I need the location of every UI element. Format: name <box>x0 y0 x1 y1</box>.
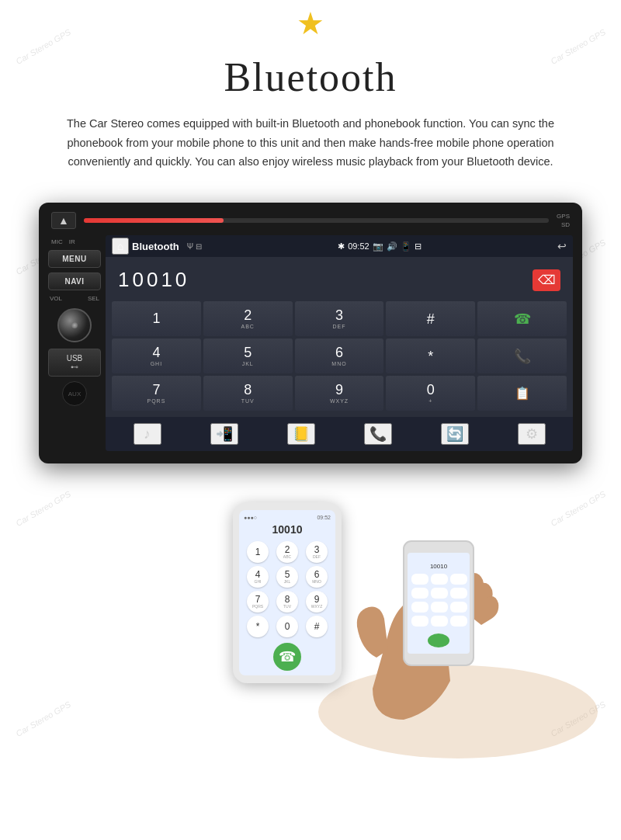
stereo-unit: ▲ GPS SD MIC IR MENU NAVI VOL SEL <box>39 203 582 463</box>
phonebook-toolbar-button[interactable]: 📒 <box>287 423 315 445</box>
vol-sel-row: VOL SEL <box>48 295 101 302</box>
phone-keypad: 1 2 ABC 3 DEF 4 GHI 5 JKL <box>244 540 331 638</box>
phone-key-1: 1 <box>247 541 269 563</box>
stereo-top-strip: ▲ GPS SD <box>48 212 573 229</box>
progress-bar <box>84 218 549 223</box>
call-log-toolbar-button[interactable]: 📞 <box>364 423 392 445</box>
phone-number-display: 10010 <box>244 523 331 536</box>
svg-rect-7 <box>411 588 428 599</box>
mic-label: MIC <box>51 238 63 245</box>
header-section: ★ Bluetooth The Car Stereo comes equippe… <box>0 0 621 195</box>
key-5[interactable]: 5 JKL <box>203 338 293 373</box>
key-4[interactable]: 4 GHI <box>112 338 201 373</box>
dialer-number: 10010 <box>118 268 189 292</box>
bottom-toolbar: ♪ 📲 📒 📞 🔄 ⚙ <box>106 417 573 451</box>
music-toolbar-button[interactable]: ♪ <box>134 423 161 445</box>
call-button[interactable]: ☎ <box>477 301 567 336</box>
svg-text:10010: 10010 <box>430 563 448 570</box>
key-1[interactable]: 1 <box>112 301 201 336</box>
usb-button[interactable]: USB ⊷ <box>48 349 101 377</box>
gps-label: GPS <box>557 212 570 220</box>
sd-label: SD <box>561 220 570 229</box>
svg-point-16 <box>428 633 449 647</box>
phone-key-5: 5 JKL <box>276 566 298 588</box>
svg-rect-12 <box>450 602 467 613</box>
nav-icons: ↩ <box>557 240 567 252</box>
end-call-button[interactable]: 📞 <box>477 338 567 373</box>
bottom-section: ●●●○ 09:52 10010 1 2 ABC 3 DEF 4 GHI <box>0 487 621 758</box>
stereo-wrapper: ▲ GPS SD MIC IR MENU NAVI VOL SEL <box>0 195 621 487</box>
sync-toolbar-button[interactable]: 🔄 <box>441 423 469 445</box>
star-decoration-icon: ★ <box>297 8 324 39</box>
phone-time: 09:52 <box>317 515 331 520</box>
menu-button[interactable]: MENU <box>48 250 101 268</box>
eject-button[interactable]: ▲ <box>51 212 76 229</box>
phone-key-2: 2 ABC <box>276 541 298 563</box>
svg-rect-5 <box>431 574 448 585</box>
navi-button[interactable]: NAVI <box>48 272 101 290</box>
gps-sd-labels: GPS SD <box>557 212 570 229</box>
key-8[interactable]: 8 TUV <box>203 376 293 411</box>
key-2[interactable]: 2 ABC <box>203 301 293 336</box>
phone-key-4: 4 GHI <box>247 566 269 588</box>
dialer-display: 10010 ⌫ <box>112 263 567 297</box>
backspace-button[interactable]: ⌫ <box>533 269 560 291</box>
screen-title: Bluetooth <box>132 241 179 252</box>
keypad: 1 2 ABC 3 DEF # <box>112 301 567 411</box>
key-0[interactable]: 0 + <box>386 376 475 411</box>
stereo-body: MIC IR MENU NAVI VOL SEL USB ⊷ AUX <box>48 235 573 451</box>
home-icon: ⌂ <box>117 240 123 252</box>
dialer-area: 10010 ⌫ 1 2 ABC <box>106 257 573 417</box>
phone-key-3: 3 DEF <box>306 541 328 563</box>
phone-status-bar: ●●●○ 09:52 <box>244 515 331 520</box>
screen: ⌂ Bluetooth Ψ ⊟ ✱ 09:52 📷 🔊 📱 ⊟ <box>106 235 573 451</box>
status-bar-left: ⌂ Bluetooth Ψ ⊟ <box>112 238 202 255</box>
phone-key-hash: # <box>306 616 328 637</box>
svg-point-0 <box>318 665 598 758</box>
phone-toolbar-button[interactable]: 📲 <box>210 423 238 445</box>
page-title: Bluetooth <box>16 54 605 100</box>
hand-illustration: 10010 <box>295 463 621 758</box>
aux-button[interactable]: AUX <box>62 381 87 406</box>
sim-icon: Ψ ⊟ <box>187 242 202 251</box>
volume-knob[interactable] <box>57 308 92 342</box>
key-hash[interactable]: # <box>386 301 475 336</box>
home-button[interactable]: ⌂ <box>112 238 129 255</box>
description-text: The Car Stereo comes equipped with built… <box>47 114 574 172</box>
key-star[interactable]: * <box>386 338 475 373</box>
back-button[interactable]: ↩ <box>557 240 567 252</box>
svg-rect-10 <box>411 602 428 613</box>
key-3[interactable]: 3 DEF <box>295 301 384 336</box>
side-panel: MIC IR MENU NAVI VOL SEL USB ⊷ AUX <box>48 235 101 451</box>
svg-rect-15 <box>450 616 467 627</box>
svg-rect-4 <box>411 574 428 585</box>
phone-carrier: ●●●○ <box>244 515 257 520</box>
progress-bar-fill <box>84 218 224 223</box>
volume-icon: 🔊 <box>387 241 397 252</box>
aux-label: AUX <box>68 390 81 397</box>
ir-label: IR <box>69 238 75 245</box>
status-bar-icons: ✱ 09:52 📷 🔊 📱 ⊟ <box>338 241 422 252</box>
key-7[interactable]: 7 PQRS <box>112 376 201 411</box>
camera-icon: 📷 <box>373 241 383 252</box>
phone-key-8: 8 TUV <box>276 591 298 613</box>
backspace-icon: ⌫ <box>538 272 556 287</box>
usb-icon: ⊷ <box>71 363 78 371</box>
phone-key-9: 9 WXYZ <box>306 591 328 613</box>
key-6[interactable]: 6 MNO <box>295 338 384 373</box>
time-display: 09:52 <box>348 241 369 251</box>
svg-rect-6 <box>450 574 467 585</box>
phone-key-7: 7 PQRS <box>247 591 269 613</box>
key-9[interactable]: 9 WXYZ <box>295 376 384 411</box>
svg-rect-14 <box>431 616 448 627</box>
phone-mockup: ●●●○ 09:52 10010 1 2 ABC 3 DEF 4 GHI <box>233 502 342 683</box>
settings-toolbar-button[interactable]: ⚙ <box>518 423 546 445</box>
phone-call-button: ☎ <box>273 643 301 671</box>
sel-label: SEL <box>88 295 99 302</box>
svg-rect-11 <box>431 602 448 613</box>
phone-key-0: 0 <box>276 616 298 637</box>
contacts-button[interactable]: 📋 <box>477 376 567 411</box>
mic-ir-row: MIC IR <box>48 238 101 245</box>
status-bar: ⌂ Bluetooth Ψ ⊟ ✱ 09:52 📷 🔊 📱 ⊟ <box>106 235 573 257</box>
window-icon: ⊟ <box>415 241 422 252</box>
